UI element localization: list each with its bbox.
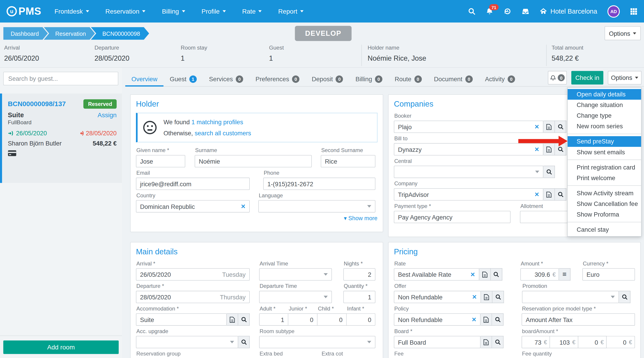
check-in-button[interactable]: Check in — [571, 71, 603, 85]
amount-input[interactable]: 309.6€ — [520, 268, 559, 280]
details-button[interactable] — [544, 121, 555, 133]
search-icon[interactable] — [468, 8, 476, 15]
board-amount-input-4[interactable]: 0€ — [606, 336, 635, 348]
menu-item-show-proforma[interactable]: Show Proforma — [568, 209, 641, 220]
details-button[interactable] — [480, 313, 492, 326]
menu-item-show-activity-stream[interactable]: Show Activity stream — [568, 188, 641, 198]
header-options-button[interactable]: Options — [604, 26, 641, 40]
search-button[interactable] — [238, 336, 250, 348]
menu-item-send-prestay[interactable]: Send preStay — [568, 136, 641, 147]
tab-deposit[interactable]: Deposit0 — [306, 72, 349, 86]
menu-billing[interactable]: Billing — [162, 8, 185, 15]
tab-route[interactable]: Route0 — [388, 72, 428, 86]
notifications-bell-icon[interactable]: 71 — [486, 7, 493, 15]
property-selector[interactable]: Hotel Barcelona — [540, 8, 597, 15]
email-input[interactable]: jrice9e@rediff.com — [136, 178, 250, 190]
history-icon[interactable] — [504, 7, 511, 15]
breadcrumb-dashboard[interactable]: Dashboard — [4, 27, 48, 40]
phone-input[interactable]: 1-(915)291-2672 — [263, 178, 376, 190]
search-button[interactable] — [491, 268, 502, 280]
details-button[interactable] — [479, 268, 491, 280]
clear-icon[interactable]: ✕ — [534, 124, 539, 130]
menu-item-print-welcome[interactable]: Print welcome — [568, 173, 641, 183]
amount-breakdown-button[interactable]: ≡ — [559, 268, 570, 280]
assign-link[interactable]: Assign — [98, 112, 116, 119]
search-input[interactable] — [4, 72, 118, 85]
search-all-customers-link[interactable]: search all customers — [195, 130, 251, 137]
menu-frontdesk[interactable]: Frontdesk — [54, 8, 89, 15]
menu-report[interactable]: Report — [278, 8, 304, 15]
app-logo[interactable]: u PMS — [6, 5, 41, 17]
menu-item-show-sent-emails[interactable]: Show sent emails — [568, 147, 641, 158]
promotion-select[interactable] — [522, 291, 619, 303]
tab-overview[interactable]: Overview — [125, 72, 164, 86]
given-name-input[interactable]: Jose — [136, 155, 185, 167]
clear-icon[interactable]: ✕ — [241, 203, 246, 209]
bill-to-input[interactable]: Dynazzy✕ — [394, 143, 544, 156]
clear-icon[interactable]: ✕ — [534, 191, 539, 198]
menu-reservation[interactable]: Reservation — [105, 8, 146, 15]
details-button[interactable] — [480, 336, 492, 348]
clear-icon[interactable]: ✕ — [472, 294, 477, 300]
details-button[interactable] — [481, 291, 492, 303]
booker-input[interactable]: Plajo✕ — [394, 121, 544, 133]
matching-profiles-link[interactable]: 1 matching profiles — [192, 119, 243, 126]
junior-input[interactable]: 0 — [288, 313, 318, 326]
arrival-date-input[interactable]: 26/05/2020Tuesday — [136, 268, 250, 280]
menu-item-open-daily-details[interactable]: Open daily details — [568, 89, 641, 100]
adult-input[interactable]: 1 — [259, 313, 288, 326]
tab-preferences[interactable]: Preferences0 — [249, 72, 306, 86]
currency-input[interactable]: Euro — [582, 268, 635, 280]
menu-item-cancel-stay[interactable]: Cancel stay — [568, 224, 641, 235]
acc-upgrade-select[interactable] — [136, 336, 238, 348]
menu-item-print-registration-card[interactable]: Print registration card — [568, 162, 641, 173]
details-button[interactable] — [544, 143, 555, 156]
nights-input[interactable]: 2 — [343, 268, 375, 280]
arrival-time-select[interactable] — [259, 268, 332, 280]
departure-time-select[interactable] — [259, 291, 332, 303]
search-button[interactable] — [555, 121, 566, 133]
details-button[interactable] — [227, 313, 238, 326]
tab-billing[interactable]: Billing0 — [349, 72, 388, 86]
room-stay-card[interactable]: BCN00000098/137 Reserved Suite Assign Fu… — [0, 93, 122, 183]
clear-icon[interactable]: ✕ — [472, 316, 476, 323]
options-button[interactable]: Options — [608, 71, 642, 85]
child-input[interactable]: 0 — [318, 313, 347, 326]
search-button[interactable] — [619, 291, 630, 303]
accommodation-input[interactable]: Suite — [136, 313, 227, 326]
room-subtype-select[interactable] — [259, 336, 376, 348]
avatar[interactable]: AD — [608, 5, 620, 17]
details-button[interactable] — [544, 188, 555, 200]
rate-input[interactable]: Best Available Rate✕ — [394, 268, 479, 280]
tab-guest[interactable]: Guest1 — [164, 72, 203, 86]
board-amount-input-3[interactable]: 0€ — [578, 336, 606, 348]
menu-item-new-room-series[interactable]: New room series — [568, 121, 641, 132]
search-button[interactable] — [238, 313, 250, 326]
clear-icon[interactable]: ✕ — [470, 271, 475, 278]
search-button[interactable] — [492, 336, 504, 348]
second-surname-input[interactable]: Rice — [321, 155, 376, 167]
payment-type-input[interactable]: Pay Agency Agency — [394, 211, 510, 223]
tab-activity[interactable]: Activity0 — [479, 72, 521, 86]
menu-item-change-situation[interactable]: Change situation — [568, 100, 641, 110]
search-button[interactable] — [492, 291, 504, 303]
show-more-link[interactable]: ▾ Show more — [136, 215, 378, 221]
board-input[interactable]: Full Board — [394, 336, 480, 348]
offer-input[interactable]: Non Refundable✕ — [394, 291, 481, 303]
departure-date-input[interactable]: 28/05/2020Thursday — [136, 291, 250, 303]
search-button[interactable] — [544, 166, 555, 178]
policy-input[interactable]: Non Refundable✕ — [394, 313, 480, 326]
clear-icon[interactable]: ✕ — [534, 146, 539, 153]
board-amount-input-2[interactable]: 103€ — [550, 336, 578, 348]
tab-services[interactable]: Services0 — [203, 72, 249, 86]
add-room-button[interactable]: Add room — [4, 340, 119, 354]
tab-document[interactable]: Document0 — [428, 72, 479, 86]
company-input[interactable]: TripAdvisor✕ — [394, 188, 544, 200]
language-select[interactable] — [258, 200, 376, 212]
menu-profile[interactable]: Profile — [202, 8, 226, 15]
inbox-icon[interactable] — [522, 8, 529, 15]
surname-input[interactable]: Noémie — [195, 155, 312, 167]
menu-item-show-cancellation-fee[interactable]: Show Cancellation fee — [568, 198, 641, 209]
reservation-alerts-button[interactable]: 0 — [548, 71, 567, 85]
central-select[interactable] — [394, 166, 544, 178]
